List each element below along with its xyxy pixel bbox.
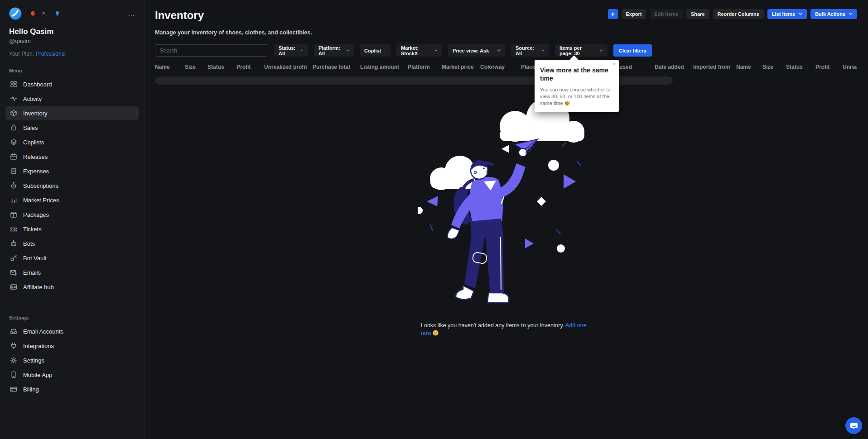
- dashboard-icon: [10, 81, 17, 88]
- sidebar-item-integrations[interactable]: Integrations: [5, 339, 139, 353]
- inventory-box-icon: [10, 110, 17, 117]
- settings-section-label: Settings: [0, 315, 144, 320]
- sidebar-item-inventory[interactable]: Inventory: [5, 106, 139, 120]
- calendar-icon: [10, 153, 17, 160]
- price-view-filter[interactable]: Price view: Ask: [448, 44, 505, 57]
- reorder-columns-button[interactable]: Reorder Columns: [713, 9, 764, 19]
- chip-label: Status: All: [279, 45, 297, 56]
- column-header-listing-amount[interactable]: Listing amount: [360, 64, 408, 70]
- whistling-face-emoji: [433, 330, 439, 336]
- terminal-icon[interactable]: >_: [41, 10, 49, 18]
- sidebar-item-dashboard[interactable]: Dashboard: [5, 77, 139, 91]
- column-header-size[interactable]: Size: [762, 64, 786, 70]
- sidebar-item-coplists[interactable]: Coplists: [5, 135, 139, 149]
- sidebar-item-bot-vault[interactable]: Bot Vault: [5, 251, 139, 265]
- sidebar-item-tickets[interactable]: Tickets: [5, 222, 139, 236]
- notifications-bell-icon[interactable]: [29, 10, 37, 18]
- column-header-date-added[interactable]: Date added: [655, 64, 693, 70]
- share-button[interactable]: Share: [686, 9, 709, 19]
- bulk-actions-button[interactable]: Bulk Actions: [810, 9, 857, 19]
- page-subtitle: Manage your inventory of shoes, clothes,…: [155, 29, 857, 36]
- sidebar-item-label: Integrations: [23, 343, 54, 349]
- sidebar-item-label: Inventory: [23, 110, 47, 117]
- column-header-unrealized-profit[interactable]: Unrealized profit: [843, 64, 857, 70]
- sidebar-item-billing[interactable]: Billing: [5, 382, 139, 396]
- sidebar-item-settings[interactable]: Settings: [5, 353, 139, 367]
- tooltip-close-icon[interactable]: ×: [612, 62, 616, 67]
- empty-state-illustration: [418, 94, 594, 311]
- column-header-status[interactable]: Status: [207, 64, 236, 70]
- column-header-platform[interactable]: Platform: [408, 64, 442, 70]
- chip-label: Price view: Ask: [453, 48, 489, 53]
- sidebar-item-packages[interactable]: Packages: [5, 207, 139, 222]
- sidebar-item-expenses[interactable]: Expenses: [5, 164, 139, 178]
- column-header-name[interactable]: Name: [736, 64, 762, 70]
- column-header-profit[interactable]: Profit: [815, 64, 843, 70]
- sidebar-item-activity[interactable]: Activity: [5, 91, 139, 106]
- sidebar-item-email-accounts[interactable]: Email Accounts: [5, 324, 139, 339]
- market-filter[interactable]: Market: StockX: [396, 44, 442, 57]
- column-header-profit[interactable]: Profit: [236, 64, 264, 70]
- sidebar-item-label: Settings: [23, 357, 44, 364]
- platform-filter[interactable]: Platform: All: [314, 44, 354, 57]
- sidebar: >_ ... Hello Qasim @qasim Your Plan:Prof…: [0, 0, 145, 439]
- sidebar-more-button[interactable]: ...: [128, 11, 135, 16]
- sidebar-item-label: Bots: [23, 240, 35, 247]
- sidebar-mini-icons: >_: [29, 10, 61, 18]
- sidebar-item-emails[interactable]: Emails: [5, 265, 139, 280]
- receipt-icon: [10, 167, 17, 175]
- sidebar-item-affiliate-hub[interactable]: Affiliate hub: [5, 280, 139, 294]
- search-input[interactable]: [155, 44, 268, 57]
- money-bag-icon: [10, 124, 17, 131]
- layers-icon: [10, 138, 17, 146]
- edit-items-button: Edit items: [650, 9, 683, 19]
- plug-icon: [10, 342, 17, 349]
- chip-label: Items per page: 30: [559, 45, 596, 56]
- column-header-size[interactable]: Size: [185, 64, 207, 70]
- status-filter[interactable]: Status: All: [274, 44, 308, 57]
- column-header-colorway[interactable]: Colorway: [480, 64, 521, 70]
- plan-row: Your Plan:Professional: [0, 51, 144, 57]
- smartphone-icon: [10, 371, 17, 378]
- column-header-unrealized-profit[interactable]: Unrealized profit: [264, 64, 313, 70]
- coplist-filter[interactable]: Coplist: [360, 44, 391, 57]
- sidebar-item-sales[interactable]: Sales: [5, 120, 139, 135]
- mail-check-icon: [10, 269, 17, 276]
- messenger-icon: [849, 421, 858, 430]
- sidebar-item-label: Subscriptions: [23, 182, 58, 189]
- column-header-market-price[interactable]: Market price: [442, 64, 480, 70]
- sidebar-item-label: Affiliate hub: [23, 284, 54, 291]
- chat-launcher-button[interactable]: [845, 417, 862, 434]
- plan-value-link[interactable]: Professional: [36, 51, 66, 57]
- id-card-icon: [10, 283, 17, 291]
- table-header-row: NameSizeStatusProfitUnrealized profitPur…: [155, 64, 857, 70]
- items-per-page-filter[interactable]: Items per page: 30: [555, 44, 608, 57]
- source-filter[interactable]: Source: All: [511, 44, 549, 57]
- tips-bulb-icon[interactable]: [53, 10, 61, 18]
- sidebar-item-mobile-app[interactable]: Mobile App: [5, 367, 139, 382]
- button-label: Share: [691, 11, 705, 17]
- sidebar-item-bots[interactable]: Bots: [5, 236, 139, 251]
- column-header-name[interactable]: Name: [155, 64, 185, 70]
- gear-icon: [10, 357, 17, 364]
- button-label: Bulk Actions: [815, 11, 845, 17]
- column-header-status[interactable]: Status: [786, 64, 815, 70]
- tooltip-body: You can now choose whether to view 30, 5…: [540, 86, 613, 107]
- list-items-button[interactable]: List items: [767, 9, 807, 19]
- export-button[interactable]: Export: [622, 9, 646, 19]
- user-greeting: Hello Qasim: [0, 27, 144, 36]
- sidebar-item-releases[interactable]: Releases: [5, 149, 139, 164]
- add-item-button[interactable]: +: [608, 9, 618, 19]
- sidebar-item-market-prices[interactable]: Market Prices: [5, 193, 139, 207]
- settings-list: Email AccountsIntegrationsSettingsMobile…: [0, 324, 144, 396]
- column-header-purchase-total[interactable]: Purchase total: [313, 64, 360, 70]
- column-header-imported-from[interactable]: Imported from: [693, 64, 736, 70]
- sidebar-item-label: Email Accounts: [23, 328, 63, 335]
- sidebar-item-label: Sales: [23, 124, 38, 131]
- clear-filters-button[interactable]: Clear filters: [613, 44, 652, 57]
- app-logo-icon[interactable]: [9, 7, 22, 20]
- sidebar-item-label: Tickets: [23, 226, 42, 233]
- tooltip-title: View more at the same time: [540, 66, 613, 82]
- sidebar-item-subscriptions[interactable]: Subscriptions: [5, 178, 139, 193]
- button-label: Reorder Columns: [718, 11, 759, 17]
